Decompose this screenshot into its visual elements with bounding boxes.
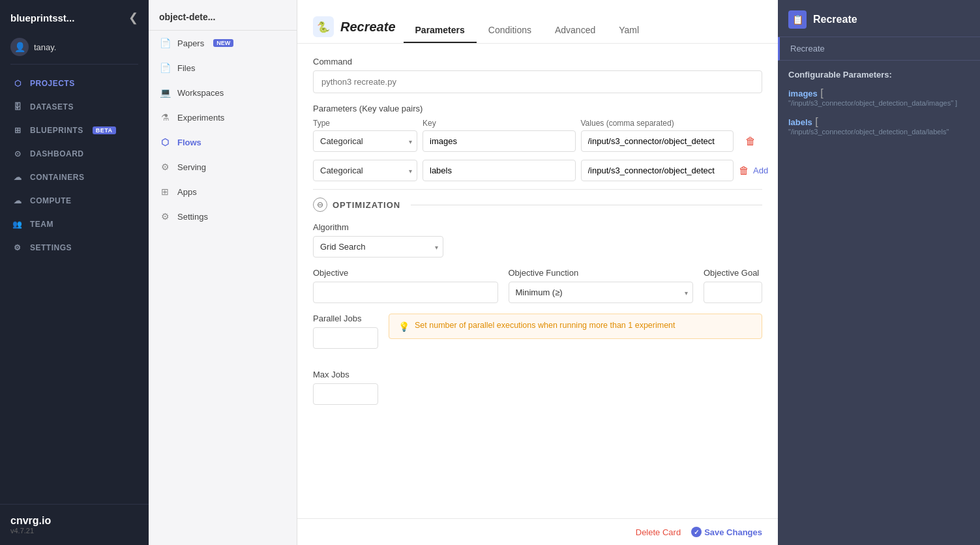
collapse-icon[interactable]: ❮ xyxy=(128,10,138,25)
tab-yaml[interactable]: Yaml xyxy=(607,18,651,43)
delete-row-2-button[interactable]: 🗑 xyxy=(739,165,749,177)
add-param-button[interactable]: Add xyxy=(753,166,768,175)
algorithm-select[interactable]: Grid Search Random Search Bayesian Optim… xyxy=(313,236,443,258)
parallel-jobs-label: Parallel Jobs xyxy=(313,314,378,323)
tab-advanced[interactable]: Advanced xyxy=(543,18,607,43)
type-select-2[interactable]: Categorical xyxy=(313,160,417,181)
objective-goal-field: Objective Goal xyxy=(704,268,762,303)
tabs: Parameters Conditions Advanced Yaml xyxy=(404,18,651,43)
objective-function-select-wrapper: Minimum (≥) Maximum (≤) ▾ xyxy=(509,282,694,303)
delete-row-1-button[interactable]: 🗑 xyxy=(739,136,762,147)
sidebar-item-containers[interactable]: ☁ CONTAINERS xyxy=(5,166,143,188)
algorithm-select-wrapper: Grid Search Random Search Bayesian Optim… xyxy=(313,236,443,258)
brand-name: blueprintsst... xyxy=(10,12,74,23)
second-nav-settings[interactable]: ⚙ Settings xyxy=(149,204,297,229)
config-bracket-labels: [ xyxy=(815,116,818,127)
second-sidebar-header: object-dete... xyxy=(149,0,297,31)
parallel-jobs-input[interactable] xyxy=(313,327,378,349)
second-nav-experiments[interactable]: ⚗ Experiments xyxy=(149,105,297,130)
serving-icon: ⚙ xyxy=(159,162,171,172)
param-row-1: Categorical ▾ 🗑 xyxy=(313,130,762,152)
type-select-wrapper-1: Categorical ▾ xyxy=(313,130,417,152)
objective-function-label: Objective Function xyxy=(509,268,694,278)
right-panel-body: Configurable Parameters: images [ "/inpu… xyxy=(778,61,980,154)
values-input-1[interactable] xyxy=(581,130,734,152)
compute-icon: ☁ xyxy=(12,195,23,207)
config-key-images: images xyxy=(788,89,818,98)
papers-icon: 📄 xyxy=(159,38,171,48)
right-panel-title: Recreate xyxy=(813,14,857,25)
beta-badge: BETA xyxy=(93,126,116,134)
tab-parameters[interactable]: Parameters xyxy=(404,18,477,43)
save-check-icon: ✓ xyxy=(691,527,702,537)
second-nav-papers[interactable]: 📄 Papers NEW xyxy=(149,31,297,55)
max-jobs-field: Max Jobs xyxy=(313,370,762,405)
max-jobs-label: Max Jobs xyxy=(313,370,762,379)
main-content: 🐍 Recreate Parameters Conditions Advance… xyxy=(297,0,980,545)
key-input-2[interactable] xyxy=(423,160,576,181)
sidebar-item-projects[interactable]: ⬡ PROJECTS xyxy=(5,72,143,95)
toggle-icon: ⊖ xyxy=(313,198,327,212)
objective-field: Objective xyxy=(313,268,498,303)
main-nav: ⬡ PROJECTS 🗄 DATASETS ⊞ BLUEPRINTS BETA … xyxy=(0,72,149,259)
sidebar-item-dashboard[interactable]: ⊙ DASHBOARD xyxy=(5,143,143,165)
containers-icon: ☁ xyxy=(12,171,23,183)
panel-footer: Delete Card ✓ Save Changes xyxy=(297,518,778,545)
type-col-header: Type xyxy=(313,119,417,128)
key-input-1[interactable] xyxy=(423,130,576,152)
sidebar-item-team[interactable]: 👥 TEAM xyxy=(5,213,143,235)
sidebar-item-compute[interactable]: ☁ COMPUTE xyxy=(5,190,143,212)
config-value-labels: "/input/s3_connector/object_detection_da… xyxy=(788,128,970,136)
objective-input[interactable] xyxy=(313,282,498,303)
left-sidebar: blueprintsst... ❮ 👤 tanay. ⬡ PROJECTS 🗄 … xyxy=(0,0,149,545)
parallel-jobs-field: Parallel Jobs xyxy=(313,314,378,349)
panel-title-row: 🐍 Recreate xyxy=(313,16,396,37)
apps-icon: ⊞ xyxy=(159,186,171,197)
second-nav-files[interactable]: 📄 Files xyxy=(149,55,297,80)
objective-label: Objective xyxy=(313,268,498,278)
param-row-2: Categorical ▾ 🗑 Add xyxy=(313,160,762,181)
sidebar-item-datasets[interactable]: 🗄 DATASETS xyxy=(5,96,143,118)
objective-goal-input[interactable] xyxy=(704,282,762,303)
params-section: Parameters (Key value pairs) Type Key Va… xyxy=(313,104,762,181)
second-nav-serving[interactable]: ⚙ Serving xyxy=(149,155,297,179)
config-item-labels: labels [ "/input/s3_connector/object_det… xyxy=(788,116,970,136)
blueprints-icon: ⊞ xyxy=(12,125,23,136)
second-nav-flows[interactable]: ⬡ Flows xyxy=(149,130,297,155)
command-input[interactable] xyxy=(313,70,762,93)
optimization-section: ⊖ OPTIMIZATION Algorithm Grid Search Ran… xyxy=(313,189,762,405)
datasets-icon: 🗄 xyxy=(12,101,23,113)
footer-brand: cnvrg.io xyxy=(10,515,138,527)
files-icon: 📄 xyxy=(159,63,171,73)
config-bracket-images: [ xyxy=(820,87,823,98)
type-select-1[interactable]: Categorical xyxy=(313,130,417,152)
footer-version: v4.7.21 xyxy=(10,527,138,535)
projects-icon: ⬡ xyxy=(12,78,23,89)
delete-card-button[interactable]: Delete Card xyxy=(636,527,681,537)
params-title: Parameters (Key value pairs) xyxy=(313,104,762,113)
optimization-title: OPTIMIZATION xyxy=(333,200,400,210)
sidebar-item-blueprints[interactable]: ⊞ BLUEPRINTS BETA xyxy=(5,119,143,141)
tab-conditions[interactable]: Conditions xyxy=(477,18,543,43)
second-nav-workspaces[interactable]: 💻 Workspaces xyxy=(149,80,297,105)
second-nav-apps[interactable]: ⊞ Apps xyxy=(149,179,297,204)
settings2-icon: ⚙ xyxy=(159,211,171,222)
center-panel: 🐍 Recreate Parameters Conditions Advance… xyxy=(297,0,778,545)
team-icon: 👥 xyxy=(12,218,23,230)
optimization-toggle[interactable]: ⊖ OPTIMIZATION xyxy=(313,198,762,212)
right-panel: 📋 Recreate Recreate Configurable Paramet… xyxy=(778,0,980,545)
flows-icon: ⬡ xyxy=(159,137,171,147)
save-changes-button[interactable]: ✓ Save Changes xyxy=(691,527,762,537)
dashboard-icon: ⊙ xyxy=(12,148,23,160)
workspaces-icon: 💻 xyxy=(159,87,171,98)
objective-function-field: Objective Function Minimum (≥) Maximum (… xyxy=(509,268,694,303)
sidebar-item-settings[interactable]: ⚙ SETTINGS xyxy=(5,237,143,259)
key-col-header: Key xyxy=(423,119,576,128)
objective-function-select[interactable]: Minimum (≥) Maximum (≤) xyxy=(509,282,694,303)
second-sidebar-nav: 📄 Papers NEW 📄 Files 💻 Workspaces ⚗ Expe… xyxy=(149,31,297,229)
max-jobs-input[interactable] xyxy=(313,383,378,405)
values-input-2[interactable] xyxy=(581,160,734,181)
config-item-images: images [ "/input/s3_connector/object_det… xyxy=(788,87,970,107)
settings-icon: ⚙ xyxy=(12,242,23,254)
config-value-images: "/input/s3_connector/object_detection_da… xyxy=(788,99,970,107)
